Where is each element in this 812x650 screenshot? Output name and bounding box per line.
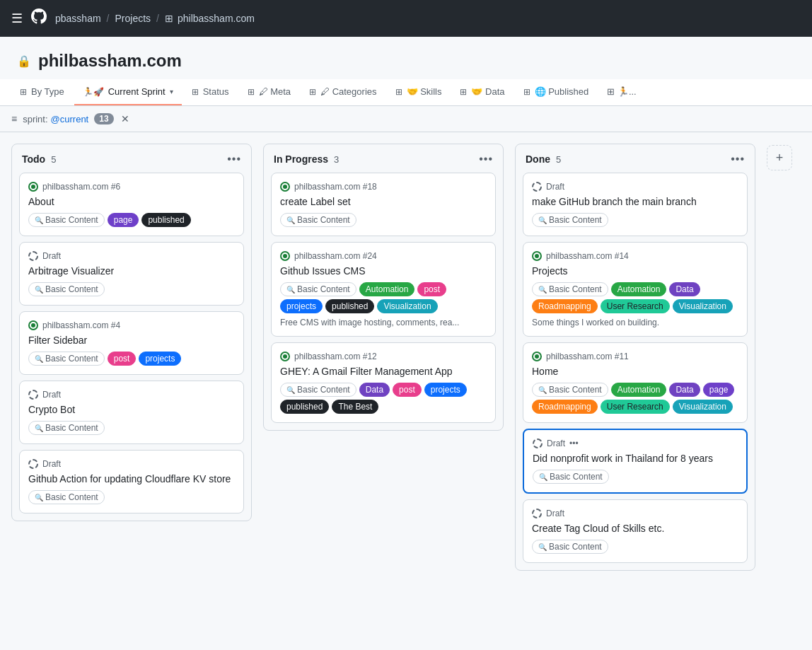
draft-status-icon bbox=[28, 251, 38, 261]
tag-visualization: Visualization bbox=[377, 299, 437, 313]
column-title-in-progress: In Progress bbox=[274, 153, 328, 165]
filter-bar: ≡ sprint:@current 13 ✕ bbox=[0, 106, 812, 132]
card-title-done-1: make GitHub branch the main branch bbox=[532, 196, 738, 207]
tag-basic: 🔍Basic Content bbox=[28, 282, 105, 296]
column-menu-done[interactable]: ••• bbox=[731, 153, 745, 166]
card-tags-ip-3: 🔍Basic ContentDatapostprojectspublishedT… bbox=[280, 383, 487, 414]
tab-categories[interactable]: ⊞ 🖊 Categories bbox=[301, 79, 385, 105]
card-tags-ip-1: 🔍Basic Content bbox=[280, 213, 487, 227]
tag-data: Data bbox=[669, 383, 700, 397]
card-issue-ref: philbassham.com #12 bbox=[294, 352, 377, 361]
tag-label: Data bbox=[675, 284, 693, 294]
tag-published: published bbox=[141, 213, 190, 227]
tag-roadmapping: Roadmapping bbox=[532, 299, 598, 313]
card-done-2[interactable]: philbassham.com #14 Projects 🔍Basic Cont… bbox=[523, 242, 748, 337]
card-ip-1[interactable]: philbassham.com #18 create Label set 🔍Ba… bbox=[271, 173, 496, 236]
card-meta-todo-1: philbassham.com #6 bbox=[28, 182, 235, 192]
tag-label: Basic Content bbox=[297, 215, 350, 225]
card-issue-ref: philbassham.com #14 bbox=[546, 251, 629, 261]
tag-projects: projects bbox=[424, 383, 467, 397]
column-menu-in-progress[interactable]: ••• bbox=[479, 153, 493, 166]
column-count-in-progress: 3 bbox=[334, 154, 339, 165]
page-header: 🔒 philbassham.com bbox=[0, 37, 812, 79]
filter-clear-button[interactable]: ✕ bbox=[121, 113, 129, 124]
card-todo-4[interactable]: Draft Crypto Bot 🔍Basic Content bbox=[19, 381, 244, 444]
card-meta-todo-3: philbassham.com #4 bbox=[28, 320, 235, 330]
tag-label: post bbox=[399, 385, 415, 395]
nav-project-name: philbassham.com bbox=[178, 13, 255, 24]
tab-current-sprint[interactable]: 🏃🚀 Current Sprint ▾ bbox=[74, 79, 182, 105]
tag-label: Basic Content bbox=[549, 542, 602, 552]
tag-label: User Research bbox=[607, 301, 663, 311]
column-menu-todo[interactable]: ••• bbox=[227, 153, 241, 166]
tag-best: The Best bbox=[332, 400, 378, 414]
card-todo-1[interactable]: philbassham.com #6 About 🔍Basic Contentp… bbox=[19, 173, 244, 236]
hamburger-icon[interactable]: ☰ bbox=[11, 11, 23, 26]
tag-label: Basic Content bbox=[45, 354, 98, 364]
card-title-ip-1: create Label set bbox=[280, 196, 487, 207]
card-issue-ref: Draft bbox=[42, 251, 61, 261]
nav-projects-link[interactable]: Projects bbox=[115, 13, 151, 24]
add-column-icon: + bbox=[776, 151, 784, 166]
card-tags-done-1: 🔍Basic Content bbox=[532, 213, 738, 227]
add-column-button[interactable]: + bbox=[767, 145, 792, 170]
tab-categories-label: 🖊 Categories bbox=[320, 86, 376, 97]
card-todo-5[interactable]: Draft Github Action for updating Cloudfl… bbox=[19, 450, 244, 513]
nav-sep-1: / bbox=[107, 13, 110, 24]
card-issue-ref: Draft bbox=[42, 390, 61, 400]
card-todo-2[interactable]: Draft Arbitrage Visualizer 🔍Basic Conten… bbox=[19, 242, 244, 306]
card-meta-done-1: Draft bbox=[532, 182, 738, 192]
card-ip-2[interactable]: philbassham.com #24 Github Issues CMS 🔍B… bbox=[271, 242, 496, 337]
draft-status-icon bbox=[28, 459, 38, 469]
card-issue-ref: philbassham.com #4 bbox=[42, 320, 120, 330]
tag-post: post bbox=[108, 352, 137, 366]
tab-meta[interactable]: ⊞ 🖊 Meta bbox=[239, 79, 300, 105]
tag-basic: 🔍Basic Content bbox=[280, 383, 356, 397]
tag-label: Data bbox=[675, 385, 693, 395]
card-title-todo-1: About bbox=[28, 196, 235, 207]
card-todo-3[interactable]: philbassham.com #4 Filter Sidebar 🔍Basic… bbox=[19, 311, 244, 375]
card-ip-3[interactable]: philbassham.com #12 GHEY: A Gmail Filter… bbox=[271, 342, 496, 423]
tag-user-research: User Research bbox=[601, 299, 670, 313]
tag-label: post bbox=[114, 354, 130, 364]
tab-categories-icon: ⊞ bbox=[309, 87, 316, 97]
card-done-3[interactable]: philbassham.com #11 Home 🔍Basic ContentA… bbox=[523, 342, 748, 423]
card-tags-todo-4: 🔍Basic Content bbox=[28, 421, 235, 435]
tag-label: Basic Content bbox=[550, 472, 603, 482]
tab-by-type[interactable]: ⊞ By Type bbox=[11, 79, 73, 105]
tag-basic: 🔍Basic Content bbox=[28, 213, 105, 227]
card-meta-todo-5: Draft bbox=[28, 459, 235, 469]
card-issue-ref: philbassham.com #24 bbox=[294, 251, 377, 261]
tag-basic: 🔍Basic Content bbox=[28, 490, 105, 504]
tag-label: Basic Content bbox=[45, 215, 98, 225]
tag-basic: 🔍Basic Content bbox=[280, 213, 356, 227]
tag-basic: 🔍Basic Content bbox=[532, 213, 608, 227]
tab-by-type-icon: ⊞ bbox=[20, 87, 27, 97]
tab-data[interactable]: ⊞ 🤝 Data bbox=[451, 79, 513, 105]
column-header-todo: Todo 5 ••• bbox=[12, 144, 251, 173]
tag-label: Data bbox=[366, 385, 383, 395]
tab-skills[interactable]: ⊞ 🤝 Skills bbox=[387, 79, 451, 105]
card-done-1[interactable]: Draft make GitHub branch the main branch… bbox=[523, 173, 748, 236]
board: Todo 5 ••• philbassham.com #6 About 🔍Bas… bbox=[0, 132, 812, 641]
card-done-4[interactable]: Draft ••• Did nonprofit work in Thailand… bbox=[523, 429, 748, 494]
card-title-done-4: Did nonprofit work in Thailand for 8 yea… bbox=[533, 453, 738, 464]
tab-published[interactable]: ⊞ 🌐 Published bbox=[515, 79, 598, 105]
tab-more[interactable]: ⊞ 🏃... bbox=[598, 79, 644, 105]
tag-projects: projects bbox=[139, 352, 181, 366]
card-menu-dots[interactable]: ••• bbox=[569, 439, 579, 448]
card-title-todo-2: Arbitrage Visualizer bbox=[28, 265, 235, 277]
tab-more-icon: ⊞ 🏃... bbox=[607, 86, 636, 97]
column-count-done: 5 bbox=[556, 154, 561, 165]
tag-label: Roadmapping bbox=[538, 402, 591, 412]
card-tags-todo-2: 🔍Basic Content bbox=[28, 282, 235, 296]
tag-label: Basic Content bbox=[549, 284, 602, 294]
tab-status[interactable]: ⊞ Status bbox=[183, 79, 238, 105]
card-done-5[interactable]: Draft Create Tag Cloud of Skills etc. 🔍B… bbox=[523, 499, 748, 563]
tab-by-type-label: By Type bbox=[31, 86, 64, 97]
nav-user-link[interactable]: pbassham bbox=[55, 13, 101, 24]
card-title-todo-4: Crypto Bot bbox=[28, 404, 235, 415]
card-meta-todo-4: Draft bbox=[28, 390, 235, 400]
tag-label: Visualization bbox=[679, 402, 726, 412]
filter-key: sprint: bbox=[23, 114, 47, 124]
